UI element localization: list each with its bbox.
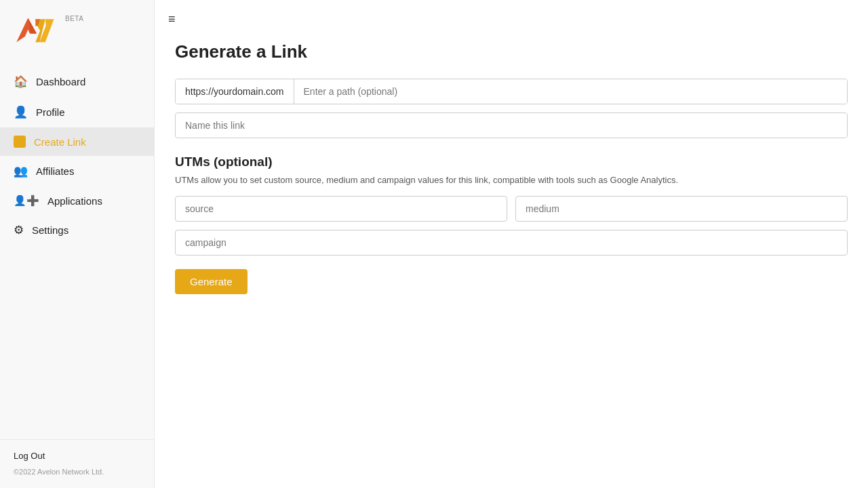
home-icon: 🏠 <box>14 75 28 89</box>
utm-source-medium-row <box>175 196 848 222</box>
sidebar-item-label: Profile <box>36 106 65 118</box>
url-path-input[interactable] <box>294 79 847 104</box>
sidebar-item-settings[interactable]: ⚙ Settings <box>0 215 154 245</box>
utms-description: UTMs allow you to set custom source, med… <box>175 175 848 185</box>
utms-title: UTMs (optional) <box>175 155 848 169</box>
sidebar-item-profile[interactable]: 👤 Profile <box>0 97 154 127</box>
logout-link[interactable]: Log Out <box>14 451 140 461</box>
generate-button[interactable]: Generate <box>175 269 248 294</box>
utm-source-input[interactable] <box>175 196 507 222</box>
sidebar-item-create-link[interactable]: Create Link <box>0 127 154 156</box>
content-area: Generate a Link https://yourdomain.com U… <box>155 35 868 314</box>
url-input-row: https://yourdomain.com <box>175 79 848 104</box>
sidebar: BETA 🏠 Dashboard 👤 Profile Create Link 👥… <box>0 0 155 488</box>
applications-icon: 👤➕ <box>14 195 39 207</box>
sidebar-item-label: Settings <box>32 224 68 236</box>
create-link-icon <box>14 136 26 148</box>
logo-area: BETA <box>0 0 154 60</box>
sidebar-item-dashboard[interactable]: 🏠 Dashboard <box>0 66 154 97</box>
sidebar-item-applications[interactable]: 👤➕ Applications <box>0 186 154 215</box>
sidebar-item-label: Create Link <box>34 136 86 148</box>
name-link-input[interactable] <box>176 113 847 138</box>
url-domain-label: https://yourdomain.com <box>176 79 294 104</box>
hamburger-icon[interactable]: ≡ <box>168 12 176 26</box>
profile-icon: 👤 <box>14 105 28 119</box>
affiliates-icon: 👥 <box>14 164 28 178</box>
utms-section: UTMs (optional) UTMs allow you to set cu… <box>175 155 848 294</box>
settings-icon: ⚙ <box>14 223 24 237</box>
sidebar-item-affiliates[interactable]: 👥 Affiliates <box>0 156 154 186</box>
topbar: ≡ <box>155 0 868 35</box>
sidebar-item-label: Applications <box>47 195 102 207</box>
utm-campaign-input[interactable] <box>175 230 848 256</box>
av-logo <box>14 12 60 46</box>
beta-badge: BETA <box>65 15 83 22</box>
sidebar-item-label: Dashboard <box>36 76 85 87</box>
nav-list: 🏠 Dashboard 👤 Profile Create Link 👥 Affi… <box>0 60 154 439</box>
sidebar-footer: Log Out ©2022 Avelon Network Ltd. <box>0 439 154 488</box>
sidebar-item-label: Affiliates <box>36 165 74 177</box>
main-content: ≡ Generate a Link https://yourdomain.com… <box>155 0 868 488</box>
copyright: ©2022 Avelon Network Ltd. <box>14 468 104 476</box>
name-link-wrap <box>175 113 848 138</box>
page-title: Generate a Link <box>175 41 848 62</box>
utm-medium-input[interactable] <box>515 196 848 222</box>
